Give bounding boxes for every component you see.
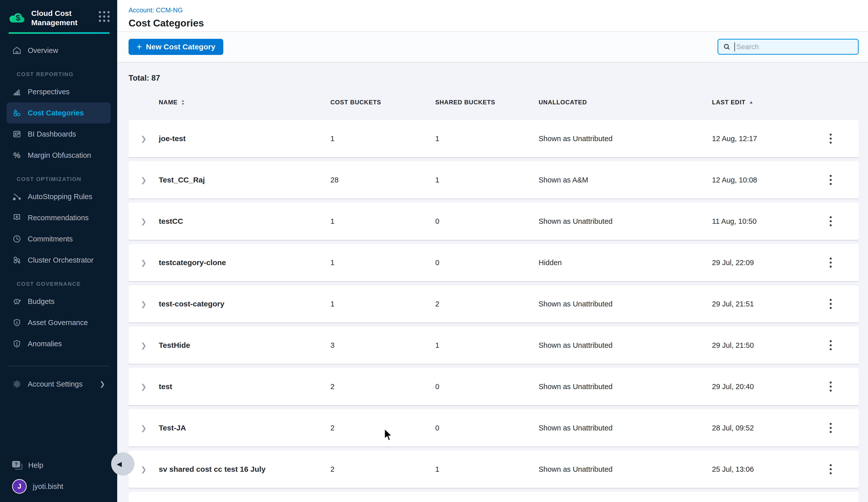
row-menu-kebab-icon[interactable] [803, 299, 859, 309]
row-menu-kebab-icon[interactable] [803, 423, 859, 433]
row-shared-buckets: 0 [435, 217, 539, 226]
expand-chevron-icon[interactable]: ❯ [128, 259, 159, 267]
row-last-edit: 29 Jul, 22:09 [712, 259, 803, 267]
sidebar-item-label: Cluster Orchestrator [28, 256, 93, 264]
expand-chevron-icon[interactable]: ❯ [128, 300, 159, 308]
help-button[interactable]: ? Help [7, 454, 111, 476]
row-unallocated: Shown as Unattributed [539, 383, 712, 391]
sidebar-item-margin-obfuscation[interactable]: % Margin Obfuscation [7, 145, 111, 166]
page-header: Account: CCM-NG Cost Categories [117, 0, 868, 32]
row-shared-buckets: 2 [435, 300, 539, 308]
search-box[interactable] [717, 39, 859, 55]
main-area: Account: CCM-NG Cost Categories + New Co… [117, 0, 868, 502]
sidebar-item-asset-governance[interactable]: $ Asset Governance [7, 312, 111, 333]
app-switcher-grid-icon[interactable] [99, 11, 110, 22]
user-name: jyoti.bisht [33, 482, 63, 491]
row-menu-kebab-icon[interactable] [803, 381, 859, 391]
app-root: $ Cloud Cost Management Overview COST RE… [0, 0, 868, 502]
shield-alert-icon [12, 339, 22, 348]
sidebar-item-label: Recommendations [28, 214, 89, 222]
table-row[interactable]: ❯ joe-test 1 1 Shown as Unattributed 12 … [128, 120, 859, 158]
sidebar-item-label: Margin Obfuscation [28, 151, 91, 159]
table-row[interactable]: ❯ Test_CC_Raj 28 1 Shown as A&M 12 Aug, … [128, 161, 859, 199]
table-row-partial[interactable] [128, 492, 859, 502]
row-name: TestHide [159, 341, 330, 349]
toolbar: + New Cost Category [117, 32, 868, 63]
row-last-edit: 12 Aug, 10:08 [712, 176, 803, 184]
row-cost-buckets: 1 [330, 259, 435, 267]
expand-chevron-icon[interactable]: ❯ [128, 383, 159, 391]
search-input[interactable] [736, 43, 854, 51]
expand-chevron-icon[interactable]: ❯ [128, 424, 159, 432]
sidebar-item-commitments[interactable]: Commitments [7, 228, 111, 250]
row-cost-buckets: 1 [330, 135, 435, 143]
sidebar-item-autostopping-rules[interactable]: AutoStopping Rules [7, 186, 111, 207]
sidebar-item-budgets[interactable]: $ Budgets [7, 291, 111, 312]
shield-dollar-icon: $ [12, 318, 22, 327]
svg-text:$: $ [16, 321, 18, 325]
svg-text:$: $ [16, 300, 17, 303]
sidebar-item-recommendations[interactable]: Recommendations [7, 207, 111, 228]
sidebar-item-account-settings[interactable]: Account Settings ❯ [7, 374, 111, 395]
collapse-arrow-icon: ◀ [117, 460, 122, 468]
row-menu-kebab-icon[interactable] [803, 340, 859, 350]
sidebar-divider [8, 366, 110, 366]
sidebar-item-cost-categories[interactable]: Cost Categories [7, 102, 111, 124]
expand-chevron-icon[interactable]: ❯ [128, 217, 159, 226]
col-header-last-edit[interactable]: LAST EDIT [712, 99, 745, 106]
sidebar-item-label: BI Dashboards [28, 130, 76, 138]
table-header: NAME ▲▼ COST BUCKETS SHARED BUCKETS UNAL… [128, 99, 859, 106]
col-header-unallocated: UNALLOCATED [539, 99, 587, 106]
bar-chart-icon [12, 87, 22, 96]
new-cost-category-button[interactable]: + New Cost Category [128, 39, 223, 55]
sidebar-item-bi-dashboards[interactable]: BI Dashboards [7, 124, 111, 145]
row-menu-kebab-icon[interactable] [803, 464, 859, 474]
row-unallocated: Shown as A&M [539, 176, 712, 184]
table-row[interactable]: ❯ TestHide 3 1 Shown as Unattributed 29 … [128, 327, 859, 364]
row-last-edit: 25 Jul, 13:06 [712, 465, 803, 473]
chevron-right-icon: ❯ [100, 380, 105, 388]
row-menu-kebab-icon[interactable] [803, 216, 859, 226]
table-row[interactable]: ❯ testCC 1 0 Shown as Unattributed 11 Au… [128, 202, 859, 240]
autostop-icon [12, 192, 22, 201]
table-row[interactable]: ❯ testcategory-clone 1 0 Hidden 29 Jul, … [128, 244, 859, 282]
row-name: sv shared cost cc test 16 July [159, 465, 330, 473]
sidebar-header: $ Cloud Cost Management [0, 0, 117, 27]
sidebar: $ Cloud Cost Management Overview COST RE… [0, 0, 117, 502]
sidebar-item-cluster-orchestrator[interactable]: Cluster Orchestrator [7, 250, 111, 271]
sidebar-item-label: Account Settings [28, 380, 83, 388]
sidebar-item-label: Budgets [28, 297, 54, 306]
row-menu-kebab-icon[interactable] [803, 175, 859, 185]
col-header-cost-buckets: COST BUCKETS [330, 99, 381, 106]
sidebar-collapse-handle[interactable]: ◀ [111, 452, 134, 475]
content: Total: 87 NAME ▲▼ COST BUCKETS SHARED BU… [117, 63, 868, 502]
table-row[interactable]: ❯ Test-JA 2 0 Shown as Unattributed 28 J… [128, 409, 859, 447]
sidebar-item-label: Perspectives [28, 88, 70, 96]
row-cost-buckets: 1 [330, 300, 435, 308]
row-cost-buckets: 2 [330, 383, 435, 391]
row-shared-buckets: 0 [435, 383, 539, 391]
row-menu-kebab-icon[interactable] [803, 258, 859, 268]
sidebar-item-anomalies[interactable]: Anomalies [7, 333, 111, 354]
sidebar-item-perspectives[interactable]: Perspectives [7, 81, 111, 102]
table-row[interactable]: ❯ test-cost-category 1 2 Shown as Unattr… [128, 285, 859, 323]
row-unallocated: Shown as Unattributed [539, 300, 712, 308]
row-last-edit: 29 Jul, 21:50 [712, 341, 803, 349]
breadcrumb-account-link[interactable]: Account: CCM-NG [128, 6, 868, 14]
row-menu-kebab-icon[interactable] [803, 134, 859, 144]
accent-underline [9, 32, 110, 34]
expand-chevron-icon[interactable]: ❯ [128, 341, 159, 349]
user-menu[interactable]: J jyoti.bisht [7, 476, 111, 497]
table-row[interactable]: ❯ sv shared cost cc test 16 July 2 1 Sho… [128, 451, 859, 488]
expand-chevron-icon[interactable]: ❯ [128, 135, 159, 143]
row-unallocated: Shown as Unattributed [539, 217, 712, 226]
sort-icon[interactable]: ▲▼ [181, 99, 185, 106]
row-unallocated: Shown as Unattributed [539, 341, 712, 349]
row-cost-buckets: 28 [330, 176, 435, 184]
expand-chevron-icon[interactable]: ❯ [128, 176, 159, 184]
col-header-name[interactable]: NAME [159, 99, 178, 106]
sidebar-item-label: Commitments [28, 235, 73, 243]
sidebar-item-overview[interactable]: Overview [7, 40, 111, 61]
product-title: Cloud Cost Management [31, 9, 93, 27]
table-row[interactable]: ❯ test 2 0 Shown as Unattributed 29 Jul,… [128, 368, 859, 406]
